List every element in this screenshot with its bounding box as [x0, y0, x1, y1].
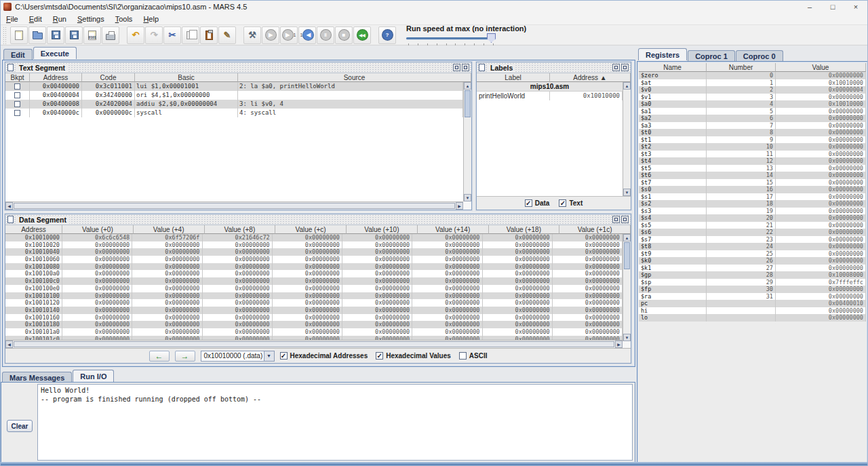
data-value-cell[interactable]: 0x00000000 [203, 263, 273, 271]
data-value-cell[interactable]: 0x00000000 [553, 328, 623, 336]
column-header-value-10[interactable]: Value (+10) [347, 225, 418, 234]
data-value-cell[interactable]: 0x00000000 [483, 299, 553, 307]
main-tab-execute[interactable]: Execute [33, 47, 77, 59]
messages-tab-run-i-o[interactable]: Run I/O [73, 370, 114, 382]
assemble-button[interactable]: ⚒ [243, 26, 261, 44]
data-value-cell[interactable]: 0x00000000 [273, 234, 342, 241]
scroll-down-icon[interactable]: ▼ [464, 194, 471, 201]
stop-button[interactable]: ■ [335, 26, 353, 44]
data-value-cell[interactable]: 0x00000000 [203, 321, 273, 328]
data-value-cell[interactable]: 0x00000000 [412, 248, 482, 256]
register-value-cell[interactable]: 0x00000000 [776, 186, 866, 193]
menu-file[interactable]: File [1, 15, 24, 23]
data-value-cell[interactable]: 0x00000000 [132, 328, 202, 336]
data-checkbox[interactable] [525, 199, 532, 207]
data-value-cell[interactable]: 0x00000000 [342, 270, 412, 277]
scroll-up-icon[interactable]: ▲ [623, 82, 631, 90]
menu-edit[interactable]: Edit [24, 15, 47, 23]
data-value-cell[interactable]: 0x00000000 [342, 241, 412, 249]
data-value-cell[interactable]: 0x00000000 [412, 299, 482, 307]
register-value-cell[interactable]: 0x00000000 [776, 151, 866, 158]
slider-thumb-icon[interactable] [487, 33, 496, 43]
scroll-up-icon[interactable]: ▲ [623, 234, 631, 241]
breakpoint-checkbox[interactable] [14, 101, 20, 107]
register-value-cell[interactable]: 0x00000000 [776, 122, 866, 130]
data-value-cell[interactable]: 0x00000000 [203, 299, 273, 307]
data-value-cell[interactable]: 0x00000000 [412, 328, 482, 336]
column-header-label[interactable]: Label [477, 73, 550, 82]
data-value-cell[interactable]: 0x00000000 [273, 307, 342, 314]
data-value-cell[interactable]: 0x00000000 [342, 307, 412, 314]
data-checkbox-group[interactable]: Data [525, 199, 550, 207]
print-button[interactable] [102, 26, 119, 44]
register-value-cell[interactable]: 0x10008000 [776, 271, 866, 279]
column-header-basic[interactable]: Basic [135, 73, 238, 82]
data-value-cell[interactable]: 0x00000000 [553, 241, 623, 249]
copy-button[interactable] [182, 26, 199, 44]
run-button[interactable]: ▶ [262, 26, 279, 44]
register-value-cell[interactable]: 0x00400010 [776, 300, 866, 307]
save-as-button[interactable] [65, 26, 83, 44]
data-horizontal-scrollbar[interactable]: ◀ ▶ [5, 340, 623, 348]
data-value-cell[interactable]: 0x00000000 [483, 285, 553, 292]
data-value-cell[interactable]: 0x00000000 [553, 277, 623, 285]
open-file-button[interactable] [28, 26, 46, 44]
cut-button[interactable]: ✂ [163, 26, 181, 44]
registers-tab-coproc-1[interactable]: Coproc 1 [688, 50, 735, 61]
data-value-cell[interactable]: 0x00000000 [273, 321, 342, 328]
data-value-cell[interactable]: 0x00000000 [62, 314, 132, 322]
data-value-cell[interactable]: 0x00000000 [273, 285, 342, 292]
column-header-address[interactable]: Address [30, 73, 82, 82]
undo-button[interactable]: ↶ [127, 26, 144, 44]
data-value-cell[interactable]: 0x00000000 [132, 292, 202, 300]
column-header-source[interactable]: Source [238, 73, 471, 82]
text-vertical-scrollbar[interactable]: ▲ ▼ [463, 82, 471, 201]
data-value-cell[interactable]: 0x00000000 [132, 321, 202, 328]
data-value-cell[interactable]: 0x00000000 [553, 314, 623, 322]
data-value-cell[interactable]: 0x6f57206f [132, 234, 202, 241]
register-value-cell[interactable]: 0x00000000 [776, 200, 866, 208]
column-header-bkpt[interactable]: Bkpt [5, 73, 30, 82]
register-value-cell[interactable]: 0x00000000 [776, 72, 866, 79]
register-value-cell[interactable]: 0x00000000 [776, 129, 866, 136]
data-value-cell[interactable]: 0x00000000 [553, 292, 623, 300]
messages-tab-mars-messages[interactable]: Mars Messages [2, 372, 72, 383]
clear-button[interactable]: Clear [7, 420, 33, 432]
close-icon[interactable]: × [844, 1, 867, 13]
data-value-cell[interactable]: 0x00000000 [412, 270, 482, 277]
register-value-cell[interactable]: 0x00000000 [776, 214, 866, 222]
data-value-cell[interactable]: 0x00000000 [62, 307, 132, 314]
edit-button[interactable]: ✎ [218, 26, 236, 44]
data-value-cell[interactable]: 0x00000000 [412, 307, 482, 314]
data-value-cell[interactable]: 0x00000000 [203, 256, 273, 263]
data-value-cell[interactable]: 0x00000000 [62, 263, 132, 271]
data-address-combobox[interactable]: 0x10010000 (.data) ▼ [201, 351, 275, 362]
column-header-value-1c[interactable]: Value (+1c) [559, 225, 631, 234]
data-segment-titlebar[interactable]: Data Segment [5, 214, 631, 225]
data-value-cell[interactable]: 0x00000000 [203, 285, 273, 292]
hexadecimal-addresses-checkbox-group[interactable]: Hexadecimal Addresses [280, 352, 368, 360]
data-value-cell[interactable]: 0x00000000 [412, 263, 482, 271]
register-value-cell[interactable]: 0x00000000 [776, 143, 866, 151]
data-value-cell[interactable]: 0x00000000 [273, 277, 342, 285]
reset-button[interactable]: ◀◀ [353, 26, 371, 44]
menu-run[interactable]: Run [47, 15, 72, 23]
data-value-cell[interactable]: 0x00000000 [553, 307, 623, 314]
register-value-cell[interactable]: 0x00000000 [776, 115, 866, 122]
column-header-value[interactable]: Value [776, 63, 866, 72]
data-value-cell[interactable]: 0x00000000 [412, 285, 482, 292]
data-value-cell[interactable]: 0x00000000 [412, 277, 482, 285]
maximize-button[interactable] [621, 64, 629, 71]
data-value-cell[interactable]: 0x00000000 [62, 299, 132, 307]
backstep-button[interactable]: 1◀ [298, 26, 316, 44]
breakpoint-checkbox[interactable] [14, 83, 20, 90]
column-header-value-18[interactable]: Value (+18) [489, 225, 560, 234]
data-value-cell[interactable]: 0x00000000 [483, 314, 553, 322]
scroll-thumb[interactable] [14, 203, 455, 209]
hexadecimal-values-checkbox[interactable] [376, 352, 383, 360]
text-checkbox[interactable] [559, 199, 566, 207]
scroll-thumb[interactable] [14, 341, 614, 347]
iconify-button[interactable] [453, 64, 460, 71]
iconify-button[interactable] [612, 64, 620, 71]
column-header-number[interactable]: Number [707, 63, 776, 72]
